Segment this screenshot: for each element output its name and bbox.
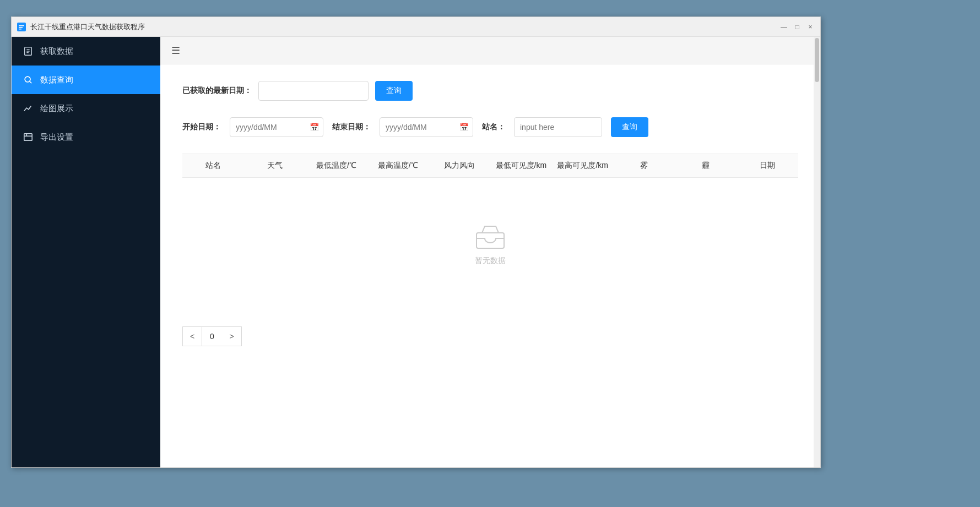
latest-date-query-button[interactable]: 查询 xyxy=(375,81,413,101)
search-icon xyxy=(23,74,34,85)
svg-rect-3 xyxy=(19,29,21,30)
start-date-label: 开始日期： xyxy=(182,122,221,132)
sidebar: 获取数据 数据查询 绘图展示 xyxy=(12,37,160,467)
station-label: 站名： xyxy=(482,122,505,132)
pagination: < 0 > xyxy=(182,326,798,346)
prev-page-button[interactable]: < xyxy=(182,326,202,346)
range-query-row: 开始日期： 📅 结束日期： 📅 站名： 查询 xyxy=(182,117,798,137)
current-page-number: 0 xyxy=(202,326,222,346)
col-max-temp: 最高温度/℃ xyxy=(367,161,429,171)
table-header: 站名 天气 最低温度/℃ 最高温度/℃ 风力风向 最低可见度/km 最高可见度/… xyxy=(182,154,798,178)
sidebar-item-export-settings[interactable]: 导出设置 xyxy=(12,123,160,151)
empty-text: 暂无数据 xyxy=(475,256,506,266)
latest-date-input[interactable] xyxy=(258,81,369,101)
sidebar-item-get-data[interactable]: 获取数据 xyxy=(12,37,160,66)
end-date-input[interactable] xyxy=(380,117,473,137)
scrollbar-track[interactable] xyxy=(814,37,820,467)
sidebar-item-chart-display[interactable]: 绘图展示 xyxy=(12,94,160,123)
svg-rect-10 xyxy=(24,134,32,141)
title-bar: 长江干线重点港口天气数据获取程序 — □ × xyxy=(12,17,820,37)
col-weather: 天气 xyxy=(244,161,306,171)
minimize-button[interactable]: — xyxy=(779,23,788,31)
app-icon xyxy=(17,23,26,31)
empty-state: 暂无数据 xyxy=(182,178,798,310)
col-fog: 雾 xyxy=(614,161,675,171)
main-content: ☰ 已获取的最新日期： 查询 开始日期： 📅 结束日期： xyxy=(160,37,820,467)
col-min-visibility: 最低可见度/km xyxy=(490,161,552,171)
range-query-button[interactable]: 查询 xyxy=(611,117,648,137)
start-date-input[interactable] xyxy=(230,117,323,137)
svg-rect-1 xyxy=(19,25,24,26)
col-haze: 霾 xyxy=(675,161,737,171)
sidebar-item-label: 数据查询 xyxy=(40,75,73,85)
top-bar: ☰ xyxy=(160,37,820,64)
col-min-temp: 最低温度/℃ xyxy=(306,161,367,171)
window-title: 长江干线重点港口天气数据获取程序 xyxy=(30,22,779,32)
menu-toggle-icon[interactable]: ☰ xyxy=(171,45,180,57)
empty-inbox-icon xyxy=(474,222,507,249)
svg-rect-13 xyxy=(477,233,504,248)
sidebar-item-label: 导出设置 xyxy=(40,132,73,143)
maximize-button[interactable]: □ xyxy=(793,23,802,31)
export-icon xyxy=(23,132,34,143)
col-wind: 风力风向 xyxy=(429,161,490,171)
next-page-button[interactable]: > xyxy=(222,326,242,346)
sidebar-item-label: 绘图展示 xyxy=(40,103,73,114)
content-area: 已获取的最新日期： 查询 开始日期： 📅 结束日期： 📅 xyxy=(160,64,820,467)
svg-point-8 xyxy=(25,77,30,82)
latest-date-row: 已获取的最新日期： 查询 xyxy=(182,81,798,101)
col-max-visibility: 最高可见度/km xyxy=(552,161,614,171)
app-window: 长江干线重点港口天气数据获取程序 — □ × 获取数据 xyxy=(11,17,821,468)
svg-rect-2 xyxy=(19,27,23,28)
sidebar-item-data-query[interactable]: 数据查询 xyxy=(12,66,160,94)
latest-date-label: 已获取的最新日期： xyxy=(182,86,252,96)
svg-line-9 xyxy=(30,81,31,83)
window-controls: — □ × xyxy=(779,23,815,31)
station-input[interactable] xyxy=(514,117,602,137)
col-date: 日期 xyxy=(737,161,798,171)
close-button[interactable]: × xyxy=(806,23,815,31)
scrollbar-thumb[interactable] xyxy=(815,38,819,82)
end-date-label: 结束日期： xyxy=(332,122,371,132)
app-body: 获取数据 数据查询 绘图展示 xyxy=(12,37,820,467)
sidebar-item-label: 获取数据 xyxy=(40,46,73,57)
start-date-wrap: 📅 xyxy=(230,117,323,137)
chart-icon xyxy=(23,103,34,114)
end-date-wrap: 📅 xyxy=(380,117,473,137)
book-icon xyxy=(23,46,34,57)
col-station: 站名 xyxy=(182,161,244,171)
